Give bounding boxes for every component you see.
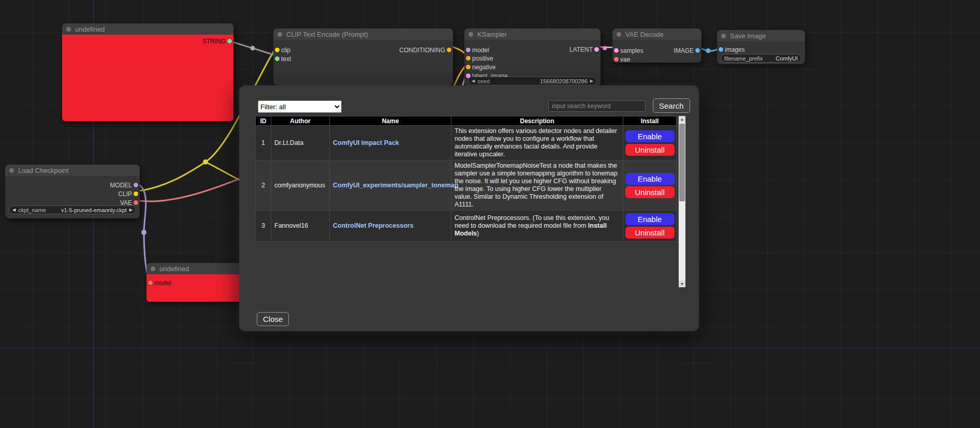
latent-image-input-dot[interactable] xyxy=(466,73,471,78)
extension-link[interactable]: ComfyUI_experiments/sampler_tonemap xyxy=(333,182,458,189)
ckpt-name-widget[interactable]: ◀ ckpt_name v1-5-pruned-emaonly.ckpt ▶ xyxy=(9,205,136,214)
image-output-dot[interactable] xyxy=(695,48,700,53)
node-ksampler[interactable]: KSampler model positive negative latent_… xyxy=(464,28,601,86)
scroll-down-icon[interactable]: ▼ xyxy=(679,281,685,287)
search-input[interactable] xyxy=(548,100,646,112)
vae-output-dot[interactable] xyxy=(134,200,138,205)
close-button[interactable]: Close xyxy=(257,312,289,326)
table-scrollbar[interactable]: ▲ ▼ xyxy=(679,116,685,287)
input-label-clip: clip xyxy=(281,47,290,54)
collapse-dot-icon[interactable] xyxy=(617,32,621,37)
model-input-dot[interactable] xyxy=(148,281,153,285)
scrollbar-thumb[interactable] xyxy=(679,124,685,201)
vae-input-dot[interactable] xyxy=(614,57,619,62)
uninstall-button[interactable]: Uninstall xyxy=(625,186,675,198)
node-title-bar[interactable]: CLIP Text Encode (Prompt) xyxy=(273,28,453,40)
description-text: This extension offers various detector n… xyxy=(455,127,617,158)
collapse-dot-icon[interactable] xyxy=(721,34,726,38)
conditioning-output-dot[interactable] xyxy=(447,48,451,52)
node-title-bar[interactable]: undefined xyxy=(147,263,250,274)
output-label-model: MODEL xyxy=(110,182,132,189)
cell-author: Dr.Lt.Data xyxy=(271,126,330,160)
node-title-bar[interactable]: VAE Decode xyxy=(612,28,701,40)
uninstall-button[interactable]: Uninstall xyxy=(625,227,675,239)
node-title-bar[interactable]: Load Checkpoint xyxy=(5,165,140,176)
extension-manager-dialog: Filter: all Search ID Author Name Descri… xyxy=(239,85,699,331)
string-output-dot[interactable] xyxy=(227,39,232,43)
node-body: model positive negative latent_image LAT… xyxy=(464,40,601,86)
prev-arrow-icon[interactable]: ◀ xyxy=(12,208,16,212)
collapse-dot-icon[interactable] xyxy=(277,32,282,37)
input-label-model: model xyxy=(154,279,171,287)
cell-name: ComfyUI Impact Pack xyxy=(330,126,451,160)
model-output-dot[interactable] xyxy=(134,183,138,187)
node-undefined-bottom[interactable]: undefined model xyxy=(147,263,250,302)
collapse-dot-icon[interactable] xyxy=(9,168,14,173)
collapse-dot-icon[interactable] xyxy=(151,267,155,271)
input-label-text: text xyxy=(281,55,291,63)
output-label-string: STRING xyxy=(202,38,226,45)
wire-clip-branch xyxy=(206,162,241,181)
description-suffix-text: ) xyxy=(477,230,479,237)
table-header-row: ID Author Name Description Install xyxy=(256,116,677,126)
extension-link[interactable]: ControlNet Preprocessors xyxy=(333,222,414,229)
ckpt-widget-value: v1-5-pruned-emaonly.ckpt xyxy=(61,207,127,213)
filename-prefix-widget[interactable]: filename_prefix ComfyUI xyxy=(721,54,801,63)
samples-input-dot[interactable] xyxy=(614,48,619,53)
clip-input-dot[interactable] xyxy=(275,48,280,52)
filter-select[interactable]: Filter: all xyxy=(258,100,342,113)
cell-author: Fannovel16 xyxy=(271,211,330,242)
next-arrow-icon[interactable]: ▶ xyxy=(129,208,133,212)
reroute-dot-pink xyxy=(603,46,607,50)
node-clip-text-encode[interactable]: CLIP Text Encode (Prompt) clip text COND… xyxy=(273,28,453,85)
latent-output-dot[interactable] xyxy=(594,47,599,52)
seed-widget[interactable]: ◀ seed 156680208700286 ▶ xyxy=(468,77,597,85)
reroute-dot-grey xyxy=(251,46,255,51)
cell-id: 3 xyxy=(256,211,271,242)
extension-link[interactable]: ComfyUI Impact Pack xyxy=(333,139,399,146)
node-title-bar[interactable]: undefined xyxy=(62,23,233,35)
increment-arrow-icon[interactable]: ▶ xyxy=(590,79,593,83)
collapse-dot-icon[interactable] xyxy=(469,32,473,37)
enable-button[interactable]: Enable xyxy=(625,130,675,142)
node-body: MODEL CLIP VAE ◀ ckpt_name v1-5-pruned-e… xyxy=(5,176,140,218)
uninstall-button[interactable]: Uninstall xyxy=(625,144,675,156)
cell-description: ControlNet Preprocessors. (To use this e… xyxy=(451,211,623,242)
text-input-dot[interactable] xyxy=(275,56,280,61)
model-input-dot[interactable] xyxy=(466,48,471,52)
cell-install: Enable Uninstall xyxy=(623,126,677,160)
clip-output-dot[interactable] xyxy=(134,191,138,196)
positive-input-dot[interactable] xyxy=(466,56,471,61)
node-title-bar[interactable]: KSampler xyxy=(464,28,601,40)
header-id: ID xyxy=(256,116,271,126)
enable-button[interactable]: Enable xyxy=(625,213,675,225)
table-row: 1 Dr.Lt.Data ComfyUI Impact Pack This ex… xyxy=(256,126,677,160)
comfyui-canvas[interactable]: undefined STRING CLIP Text Encode (Promp… xyxy=(0,0,980,428)
cell-author: comfyanonymous xyxy=(271,160,330,211)
description-text: ControlNet Preprocessors. (To use this e… xyxy=(455,214,609,229)
enable-button[interactable]: Enable xyxy=(625,173,675,185)
scroll-up-icon[interactable]: ▲ xyxy=(679,116,685,123)
node-title: undefined xyxy=(75,25,105,33)
node-body: images filename_prefix ComfyUI xyxy=(717,41,805,64)
node-load-checkpoint[interactable]: Load Checkpoint MODEL CLIP VAE ◀ ckpt_na… xyxy=(5,165,140,218)
cell-name: ComfyUI_experiments/sampler_tonemap xyxy=(330,160,451,211)
cell-id: 2 xyxy=(256,160,271,211)
decrement-arrow-icon[interactable]: ◀ xyxy=(472,79,475,83)
header-description: Description xyxy=(451,116,623,126)
extension-table: ID Author Name Description Install 1 Dr.… xyxy=(255,116,677,242)
node-title-bar[interactable]: Save Image xyxy=(717,30,805,41)
wire-vae xyxy=(136,178,241,201)
cell-id: 1 xyxy=(256,126,271,160)
node-undefined-top[interactable]: undefined STRING xyxy=(62,23,233,121)
reroute-dot-yellow xyxy=(203,159,208,165)
node-vae-decode[interactable]: VAE Decode samples vae IMAGE xyxy=(612,28,701,63)
header-author: Author xyxy=(271,116,330,126)
collapse-dot-icon[interactable] xyxy=(66,27,71,32)
images-input-dot[interactable] xyxy=(719,47,723,52)
input-label-images: images xyxy=(725,46,745,53)
search-button[interactable]: Search xyxy=(653,98,690,113)
cell-install: Enable Uninstall xyxy=(623,211,677,242)
negative-input-dot[interactable] xyxy=(466,65,471,69)
node-save-image[interactable]: Save Image images filename_prefix ComfyU… xyxy=(717,30,805,64)
